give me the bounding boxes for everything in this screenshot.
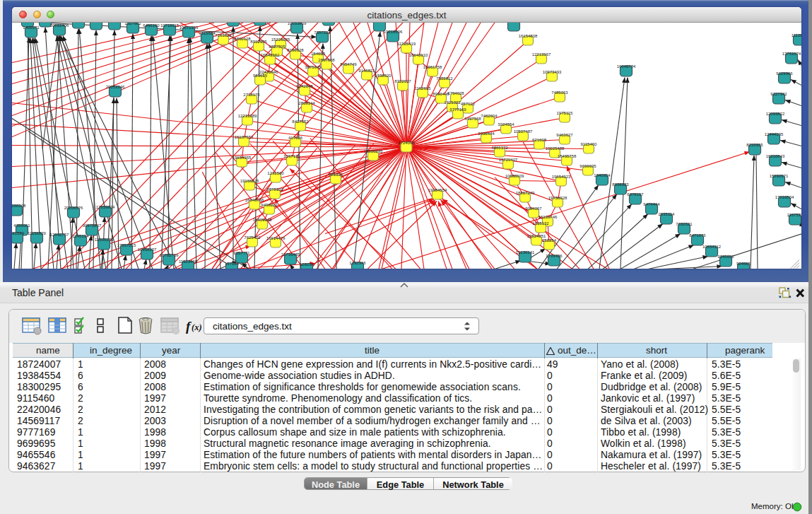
svg-text:10671355: 10671355 [180, 25, 199, 29]
svg-text:1975115: 1975115 [557, 111, 574, 115]
svg-text:12213967: 12213967 [532, 52, 551, 57]
svg-text:8186328: 8186328 [287, 48, 304, 52]
svg-text:3024554: 3024554 [498, 122, 514, 127]
svg-text:f: f [186, 319, 192, 334]
svg-text:15226055: 15226055 [271, 37, 290, 42]
svg-text:1292346: 1292346 [349, 260, 366, 264]
svg-text:8215955: 8215955 [746, 142, 763, 146]
svg-text:924565: 924565 [736, 261, 751, 265]
svg-text:10958107: 10958107 [138, 247, 157, 251]
svg-text:1162615: 1162615 [415, 86, 432, 90]
svg-text:9129966: 9129966 [776, 71, 793, 75]
svg-text:621608: 621608 [532, 138, 547, 142]
svg-text:16046766: 16046766 [245, 198, 264, 202]
svg-text:15409948: 15409948 [253, 218, 272, 222]
svg-text:989635: 989635 [253, 74, 268, 78]
svg-text:11923468: 11923468 [179, 259, 198, 263]
svg-text:19384554: 19384554 [428, 188, 447, 192]
svg-text:8813054: 8813054 [371, 23, 388, 23]
svg-text:8860128: 8860128 [234, 37, 251, 41]
svg-text:10025488: 10025488 [546, 146, 565, 151]
svg-text:18300295: 18300295 [364, 149, 383, 153]
svg-text:26266108: 26266108 [12, 203, 26, 207]
svg-text:12042757: 12042757 [50, 232, 69, 236]
svg-text:8878332: 8878332 [266, 187, 283, 192]
svg-text:7515524: 7515524 [199, 30, 216, 35]
svg-text:3875645: 3875645 [305, 65, 322, 69]
svg-text:15716485: 15716485 [281, 252, 300, 256]
svg-text:19166825: 19166825 [240, 179, 259, 183]
svg-text:1112843: 1112843 [792, 33, 801, 37]
svg-text:9115460: 9115460 [581, 142, 598, 146]
svg-text:9463627: 9463627 [556, 133, 573, 137]
svg-text:9777169: 9777169 [449, 107, 466, 112]
svg-text:8427552: 8427552 [292, 119, 309, 124]
svg-text:1145194: 1145194 [73, 233, 90, 238]
svg-text:17359924: 17359924 [96, 204, 115, 209]
svg-text:12505185: 12505185 [95, 237, 114, 241]
svg-text:15692971: 15692971 [770, 173, 789, 177]
svg-text:9498222: 9498222 [261, 203, 278, 207]
svg-text:16914479: 16914479 [266, 236, 286, 240]
svg-text:17957215: 17957215 [117, 243, 136, 247]
svg-text:881335: 881335 [329, 173, 343, 177]
svg-text:16640910: 16640910 [409, 53, 428, 57]
svg-text:90975867: 90975867 [83, 223, 102, 227]
svg-text:7357224: 7357224 [314, 30, 331, 34]
svg-text:8471676: 8471676 [689, 233, 706, 237]
svg-text:6794028: 6794028 [447, 91, 464, 95]
svg-text:10973493: 10973493 [543, 70, 562, 74]
svg-text:19654923: 19654923 [552, 175, 571, 179]
svg-text:1167533: 1167533 [787, 212, 801, 216]
svg-text:3267130: 3267130 [283, 154, 300, 158]
svg-text:16543362: 16543362 [261, 53, 280, 57]
svg-text:7625402: 7625402 [244, 235, 261, 240]
svg-text:1640954: 1640954 [594, 173, 611, 177]
svg-text:9827505: 9827505 [269, 45, 286, 49]
svg-text:9699695: 9699695 [579, 164, 596, 168]
svg-text:9084067: 9084067 [525, 206, 542, 211]
svg-text:4866372: 4866372 [491, 146, 508, 150]
svg-text:2867608: 2867608 [318, 58, 335, 62]
svg-text:2036444: 2036444 [478, 132, 495, 136]
svg-text:9657771: 9657771 [233, 250, 250, 255]
svg-text:4359061: 4359061 [13, 223, 30, 227]
svg-text:128234: 128234 [300, 262, 314, 266]
svg-text:10961758: 10961758 [423, 65, 442, 69]
svg-text:18807249: 18807249 [516, 191, 535, 195]
svg-text:6466160: 6466160 [143, 23, 160, 27]
svg-text:12213389: 12213389 [238, 114, 257, 118]
svg-text:9242848: 9242848 [296, 84, 313, 88]
svg-text:8322037: 8322037 [394, 79, 411, 83]
svg-text:10053809: 10053809 [288, 23, 307, 25]
svg-text:10654112: 10654112 [702, 244, 722, 248]
svg-text:11156829: 11156829 [28, 230, 46, 235]
svg-text:9146821: 9146821 [358, 69, 375, 73]
svg-text:1733426: 1733426 [546, 253, 563, 257]
svg-text:13751074: 13751074 [782, 51, 801, 55]
svg-text:7485063: 7485063 [551, 90, 568, 95]
svg-text:1538520: 1538520 [375, 74, 392, 78]
svg-text:16210643: 16210643 [766, 153, 785, 158]
svg-text:1724000: 1724000 [398, 140, 415, 144]
svg-text:20206576: 20206576 [64, 205, 83, 209]
svg-text:10719115: 10719115 [160, 23, 180, 27]
svg-text:19218506: 19218506 [384, 29, 403, 33]
svg-text:157164: 157164 [225, 261, 240, 265]
svg-text:2087682: 2087682 [505, 23, 522, 23]
svg-text:8912955: 8912955 [250, 40, 267, 44]
svg-text:16648784: 16648784 [617, 64, 636, 68]
svg-text:10507487: 10507487 [514, 129, 533, 134]
svg-text:9474444: 9474444 [643, 201, 660, 206]
svg-text:391590: 391590 [12, 230, 25, 235]
svg-text:(x): (x) [192, 322, 202, 332]
svg-text:17016504: 17016504 [775, 194, 794, 199]
svg-text:8454749: 8454749 [340, 62, 357, 66]
svg-text:16120746: 16120746 [539, 215, 558, 219]
svg-text:12093822: 12093822 [766, 111, 785, 115]
svg-text:6497568: 6497568 [464, 117, 481, 121]
svg-text:12444195: 12444195 [765, 132, 784, 136]
svg-text:154655: 154655 [311, 52, 326, 56]
svg-text:7955812: 7955812 [436, 76, 453, 81]
svg-text:252254: 252254 [542, 238, 557, 243]
